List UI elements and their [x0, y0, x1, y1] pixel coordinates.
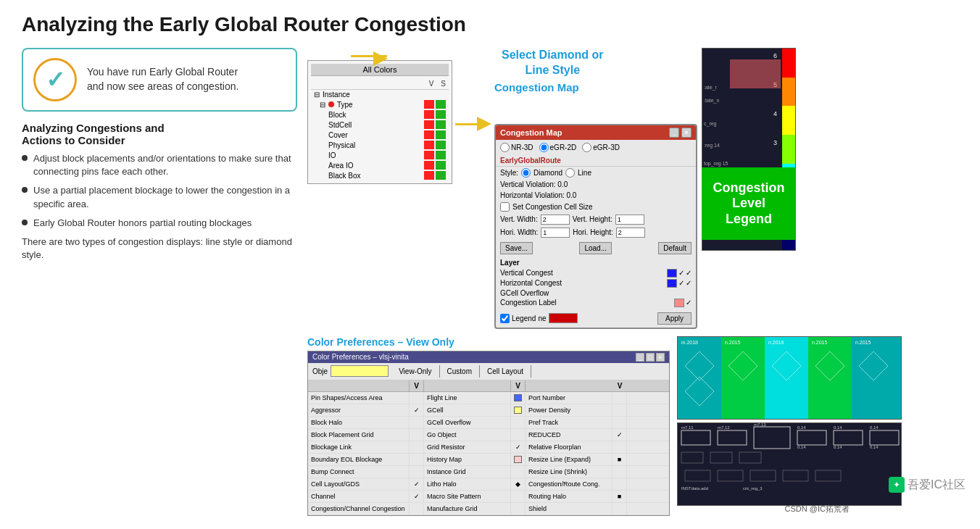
- color-tree-area: All Colors VS ⊟ Instance: [307, 55, 452, 184]
- close-button[interactable]: ×: [681, 128, 692, 138]
- cpd-maximize[interactable]: □: [646, 353, 655, 362]
- horiz-dims-row: Hori. Width: Hori. Height:: [496, 226, 696, 239]
- svg-rect-23: [710, 452, 732, 463]
- wechat-icon: ✦: [889, 477, 905, 493]
- svg-rect-18: [754, 427, 790, 449]
- layer-swatch-icon: [674, 299, 684, 307]
- save-button[interactable]: Save...: [500, 242, 533, 254]
- page-title: Analyzing the Early Global Router Conges…: [22, 13, 958, 36]
- action-buttons-row: Save... Load... Default: [496, 239, 696, 257]
- legend-label: Legend: [512, 315, 536, 322]
- check-text: You have run Early Global Routerand now …: [87, 65, 238, 93]
- cbar-orange: [782, 78, 795, 107]
- layer-gcell-overflow: GCell Overflow: [500, 288, 692, 298]
- vert-width-input[interactable]: [541, 214, 570, 225]
- cpd-row-3: Block Placement Grid Go Object REDUCED ✓: [308, 429, 669, 441]
- tree-dot-icon: [328, 101, 334, 107]
- arrow-line-2: [455, 123, 477, 125]
- diamond-radio[interactable]: [521, 168, 531, 178]
- svg-rect-24: [739, 452, 761, 463]
- horiz-width-input[interactable]: [541, 228, 570, 238]
- dialog-titlebar: Congestion Map _ ×: [496, 125, 696, 140]
- horiz-height-input[interactable]: [616, 228, 645, 238]
- svg-text:0,14: 0,14: [870, 425, 879, 430]
- cpd-close[interactable]: ×: [656, 353, 665, 362]
- watermark-logo: ✦ 吾爱IC社区: [889, 477, 966, 493]
- cpd-minimize[interactable]: _: [636, 353, 644, 362]
- vert-height-input[interactable]: [615, 214, 644, 225]
- vert-dims-row: Vert. Width: Vert. Height:: [496, 213, 696, 226]
- select-diamond-label: Select Diamond orLine Style: [502, 48, 603, 78]
- cpd-row-8: Channel ✓ Macro Site Pattern Routing Hal…: [308, 491, 669, 503]
- cpd-row-1: Aggressor ✓ GCell Power Density: [308, 404, 669, 417]
- swatch-red: [424, 171, 434, 180]
- minimize-button[interactable]: _: [669, 128, 679, 138]
- legend-checkbox[interactable]: [500, 314, 510, 323]
- radio-egr2d[interactable]: eGR-2D: [539, 143, 577, 152]
- color-prefs-title: Color Preferences – View Only: [307, 336, 670, 348]
- circuit-label-1: :ate_r: [704, 85, 717, 90]
- swatch-red: [424, 161, 434, 170]
- tab-custom[interactable]: Custom: [440, 365, 480, 378]
- default-button[interactable]: Default: [658, 242, 692, 254]
- svg-rect-21: [870, 430, 899, 445]
- swatch-red: [424, 130, 434, 139]
- mid-arrow: [455, 117, 491, 131]
- diamond-view: in.2018 n.2015 n.2016 n.2015 n.2015: [678, 337, 901, 419]
- cpd-title-text: Color Preferences – vlsj-vinita: [312, 353, 409, 361]
- arrow-head: [373, 51, 388, 69]
- tree-item-block: Block: [311, 109, 449, 120]
- swatch-icon: [514, 407, 522, 414]
- swatch-green: [436, 171, 446, 180]
- check-circle: ✓: [33, 58, 77, 101]
- line-radio[interactable]: [565, 168, 575, 178]
- right-arrow-icon-2: [477, 117, 491, 131]
- tab-view-only[interactable]: View-Only: [391, 365, 439, 378]
- color-tree-vs: VS: [311, 78, 449, 90]
- select-diamond-row: Select Diamond orLine Style: [494, 48, 603, 78]
- bullet-list: Adjust block placements and/or orientati…: [22, 152, 297, 230]
- color-tree-panel: All Colors VS ⊟ Instance: [307, 60, 452, 184]
- tree-item-stdcell: StdCell: [311, 120, 449, 130]
- analyzing-title: Analyzing Congestions andActions to Cons…: [22, 122, 297, 146]
- apply-button[interactable]: Apply: [657, 312, 692, 325]
- load-button[interactable]: Load...: [579, 242, 612, 254]
- tab-cell-layout[interactable]: Cell Layout: [480, 365, 531, 378]
- check-mark-icon: ✓: [46, 66, 65, 93]
- radio-egr3d[interactable]: eGR-3D: [582, 143, 620, 152]
- layer-title: Layer: [500, 259, 692, 267]
- swatch-red: [424, 110, 434, 119]
- tree-item-type: ⊟ Type: [311, 99, 449, 109]
- layer-vertical-congest: Vertical Congest ✓✓: [500, 268, 692, 278]
- diamond-screenshot: in.2018 n.2015 n.2016 n.2015 n.2015: [677, 336, 902, 420]
- cpd-row-9: Congestion/Channel Congestion Manufactur…: [308, 503, 669, 515]
- cpd-obj-input[interactable]: [331, 365, 389, 377]
- svg-text:n.2016: n.2016: [768, 340, 784, 345]
- bottom-row: Color Preferences – View Only Color Pref…: [307, 336, 958, 516]
- cpd-controls: _ □ ×: [636, 353, 665, 362]
- layer-horizontal-congest: Horizontal Congest ✓✓: [500, 278, 692, 288]
- swatch-red: [424, 120, 434, 129]
- cpd-row-2: Block Halo GCell Overflow Pref Track: [308, 417, 669, 429]
- list-item: Adjust block placements and/or orientati…: [22, 152, 297, 178]
- svg-rect-16: [681, 430, 710, 445]
- radio-nr3d[interactable]: NR-3D: [500, 143, 533, 152]
- circuit-svg: m7,11 m7,12 m7,13 0,14 0,14 0,14 INSTdat…: [678, 423, 902, 506]
- circuit-screenshot: m7,11 m7,12 m7,13 0,14 0,14 0,14 INSTdat…: [677, 422, 902, 506]
- circuit-label-4: :reg 14: [704, 143, 720, 148]
- tree-item-blackbox: Black Box: [311, 170, 449, 180]
- set-congestion-label: Set Congestion Cell Size: [512, 203, 593, 211]
- style-row: Style: Diamond Line: [496, 167, 696, 179]
- svg-rect-27: [750, 470, 776, 481]
- check-box-panel: ✓ You have run Early Global Routerand no…: [22, 48, 297, 112]
- set-congestion-checkbox[interactable]: [500, 202, 510, 212]
- bottom-screenshots: in.2018 n.2015 n.2016 n.2015 n.2015: [677, 336, 902, 506]
- swatch-red: [424, 100, 434, 109]
- svg-rect-20: [834, 430, 863, 445]
- cpd-row-5: Boundary EOL Blockage History Map Resize…: [308, 454, 669, 466]
- congestion-legend-box: CongestionLevelLegend: [702, 167, 796, 240]
- swatch-red: [424, 151, 434, 159]
- tree-item-areaio: Area IO: [311, 160, 449, 170]
- svg-rect-29: [815, 470, 841, 481]
- swatch-green: [436, 110, 446, 119]
